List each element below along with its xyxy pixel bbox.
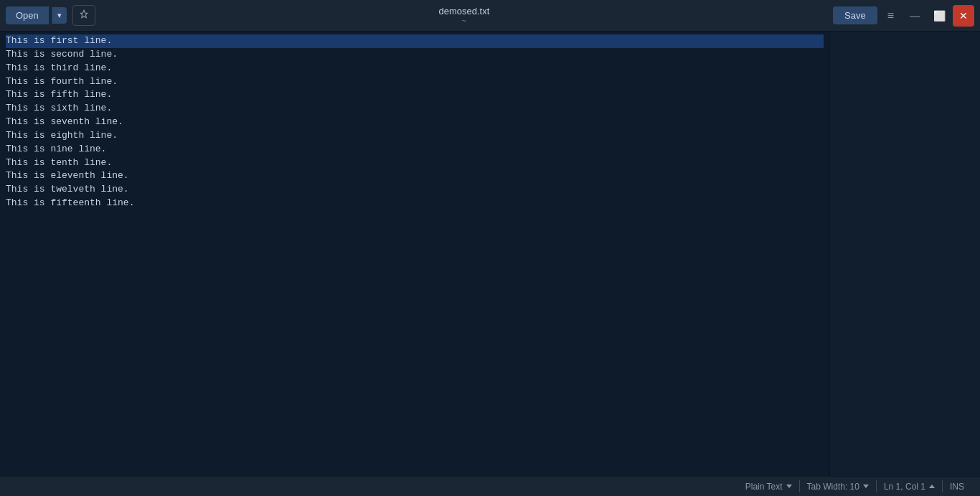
editor-line: This is third line. [6, 62, 824, 75]
editor-line: This is fifteenth line. [6, 197, 824, 210]
window-subtitle: ~ [98, 17, 830, 25]
language-selector[interactable]: Plain Text [738, 477, 799, 496]
editor-line: This is eleventh line. [6, 169, 824, 183]
pin-button[interactable] [72, 5, 95, 26]
open-button[interactable]: Open [6, 6, 49, 24]
editor-line: This is fourth line. [6, 75, 824, 89]
window-title-area: demosed.txt ~ [98, 6, 830, 25]
minimize-button[interactable]: — [904, 5, 925, 27]
editor-line: This is second line. [6, 48, 824, 62]
editor-content: This is first line.This is second line.T… [0, 32, 829, 213]
editor-line: This is nine line. [6, 143, 824, 156]
save-button[interactable]: Save [833, 6, 877, 24]
tab-width-dropdown-icon [863, 485, 869, 488]
editor-line: This is twelveth line. [6, 183, 824, 197]
statusbar: Plain Text Tab Width: 10 Ln 1, Col 1 INS [0, 476, 980, 496]
main-area: This is first line.This is second line.T… [0, 32, 980, 476]
minimize-icon: — [910, 10, 920, 22]
editor-line: This is tenth line. [6, 156, 824, 170]
editor-line: This is first line. [6, 34, 824, 48]
language-label: Plain Text [745, 482, 783, 492]
cursor-position[interactable]: Ln 1, Col 1 [877, 477, 942, 496]
ins-mode[interactable]: INS [943, 477, 971, 496]
open-dropdown-button[interactable]: ▾ [52, 7, 67, 24]
titlebar: Open ▾ demosed.txt ~ Save ≡ — ⬜ ✕ [0, 0, 980, 32]
editor-line: This is eighth line. [6, 129, 824, 143]
editor-line: This is seventh line. [6, 116, 824, 129]
tab-width-label: Tab Width: 10 [807, 482, 859, 492]
editor-area[interactable]: This is first line.This is second line.T… [0, 32, 829, 476]
position-label: Ln 1, Col 1 [884, 482, 925, 492]
language-dropdown-icon [786, 485, 792, 488]
window-title: demosed.txt [98, 6, 830, 17]
menu-button[interactable]: ≡ [880, 6, 901, 26]
editor-line: This is fifth line. [6, 88, 824, 102]
maximize-icon: ⬜ [933, 10, 946, 22]
position-icon [929, 485, 935, 488]
minimap-sidebar [829, 32, 980, 476]
ins-label: INS [950, 482, 964, 492]
close-icon: ✕ [959, 10, 968, 22]
tab-width-selector[interactable]: Tab Width: 10 [800, 477, 876, 496]
maximize-button[interactable]: ⬜ [928, 5, 950, 27]
close-button[interactable]: ✕ [953, 5, 974, 27]
editor-line: This is sixth line. [6, 102, 824, 116]
